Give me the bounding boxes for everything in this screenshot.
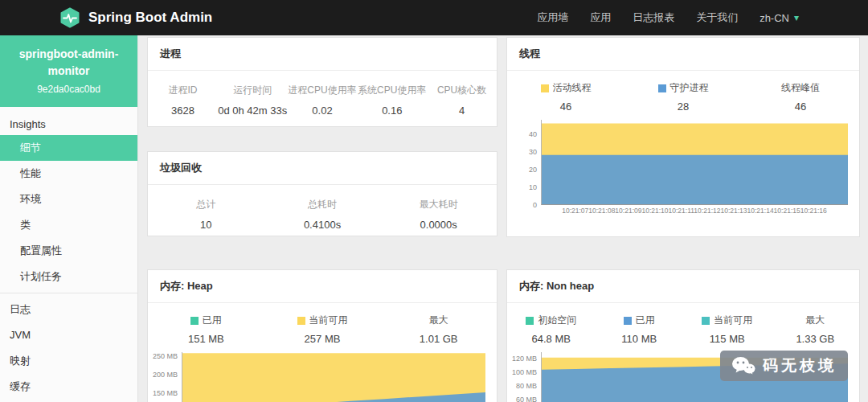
legend-label-nonheap-initial: 初始空间 [538, 314, 576, 327]
legend-label-nonheap-used: 已用 [636, 314, 655, 327]
application-header: springboot-admin-monitor 9e2da0cac0bd [0, 35, 137, 107]
gc-header-total-time: 总耗时 [264, 198, 381, 211]
application-id: 9e2da0cac0bd [8, 84, 129, 95]
sidebar-item-metrics[interactable]: 性能 [0, 161, 137, 187]
process-headers: 进程ID 运行时间 进程CPU使用率 系统CPU使用率 CPU核心数 [148, 71, 497, 97]
sidebar-item-details[interactable]: 细节 [0, 135, 137, 161]
nonheap-value-available: 115 MB [683, 333, 772, 345]
spring-boot-admin-logo-icon [59, 7, 80, 28]
threads-legend: 活动线程 守护进程 线程峰值 [507, 71, 859, 95]
process-value-uptime: 0d 0h 42m 33s [218, 105, 288, 117]
process-value-pid: 3628 [148, 105, 218, 117]
sidebar: springboot-admin-monitor 9e2da0cac0bd In… [0, 35, 138, 402]
nonheap-legend-values: 64.8 MB 110 MB 115 MB 1.33 GB [507, 327, 859, 345]
legend-item-heap-max: 最大 [380, 314, 497, 327]
legend-item-nonheap-max: 最大 [772, 314, 860, 327]
process-header-uptime: 运行时间 [218, 84, 288, 97]
process-header-cpu-cores: CPU核心数 [427, 84, 497, 97]
threads-chart-xaxis: 10:21:0710:21:0810:21:0910:21:1010:21:11… [541, 205, 848, 215]
heap-memory-card: 内存: Heap 已用 当前可用 最大 151 MB 257 MB 1.01 G… [147, 269, 497, 402]
heap-card-title: 内存: Heap [148, 270, 497, 303]
watermark-text: 码无枝境 [763, 355, 837, 376]
heap-memory-chart: 250 MB200 MB150 MB100 MB50 MB0 MB [154, 352, 485, 402]
process-header-system-cpu: 系统CPU使用率 [357, 84, 427, 97]
legend-item-nonheap-used: 已用 [596, 314, 684, 327]
language-selector[interactable]: zh-CN ▾ [760, 12, 799, 24]
nonheap-value-max: 1.33 GB [772, 333, 860, 345]
process-values: 3628 0d 0h 42m 33s 0.02 0.16 4 [148, 97, 497, 117]
legend-item-heap-used: 已用 [148, 314, 264, 327]
process-card: 进程 进程ID 运行时间 进程CPU使用率 系统CPU使用率 CPU核心数 36… [147, 37, 497, 127]
sidebar-bottom-group: 日志 JVM 映射 缓存 [0, 293, 137, 400]
threads-card-title: 线程 [507, 38, 859, 71]
heap-chart-plot [182, 352, 485, 402]
heap-legend-values: 151 MB 257 MB 1.01 GB [148, 327, 497, 345]
nonheap-memory-card: 内存: Non heap 初始空间 已用 当前可用 最大 64.8 MB 110… [506, 269, 860, 402]
legend-color-live [541, 84, 549, 92]
legend-item-nonheap-initial: 初始空间 [507, 314, 596, 327]
gc-header-max-time: 最大耗时 [380, 198, 497, 211]
gc-values: 10 0.4100s 0.0000s [148, 211, 497, 231]
legend-color-heap-used [190, 317, 199, 325]
chevron-down-icon: ▾ [794, 13, 799, 23]
gc-header-count: 总计 [148, 198, 264, 211]
language-label: zh-CN [760, 12, 789, 24]
nonheap-chart-yaxis: 120 MB100 MB80 MB60 MB40 MB20 MB0 MB [514, 352, 539, 402]
legend-color-nonheap-initial [526, 317, 534, 325]
legend-item-nonheap-available: 当前可用 [683, 314, 772, 327]
sidebar-item-logs[interactable]: 日志 [0, 297, 137, 322]
legend-label-daemon: 守护进程 [670, 81, 709, 95]
nonheap-value-used: 110 MB [596, 333, 684, 345]
heap-value-used: 151 MB [148, 333, 264, 345]
sidebar-item-environment[interactable]: 环境 [0, 187, 137, 212]
sidebar-item-caches[interactable]: 缓存 [0, 374, 137, 400]
sidebar-item-jvm[interactable]: JVM [0, 322, 137, 348]
gc-card-title: 垃圾回收 [148, 152, 497, 185]
process-header-process-cpu: 进程CPU使用率 [288, 84, 358, 97]
threads-card: 线程 活动线程 守护进程 线程峰值 46 28 46 403020100 10:… [506, 37, 860, 237]
sidebar-item-scheduled-tasks[interactable]: 计划任务 [0, 264, 137, 289]
gc-value-total-time: 0.4100s [264, 219, 381, 231]
legend-label-nonheap-max: 最大 [805, 314, 825, 327]
legend-item-heap-available: 当前可用 [264, 314, 381, 327]
navbar-links: 应用墙 应用 日志报表 关于我们 zh-CN ▾ [537, 10, 799, 25]
wechat-watermark: 码无枝境 [720, 351, 848, 381]
sidebar-item-classes[interactable]: 类 [0, 212, 137, 238]
wechat-icon [731, 356, 755, 375]
legend-label-heap-used: 已用 [203, 314, 222, 327]
gc-headers: 总计 总耗时 最大耗时 [148, 185, 497, 211]
nonheap-value-initial: 64.8 MB [507, 333, 596, 345]
threads-value-peak: 46 [742, 100, 859, 113]
legend-color-nonheap-used [624, 317, 632, 325]
heap-legend: 已用 当前可用 最大 [148, 303, 497, 327]
application-name: springboot-admin-monitor [8, 46, 129, 80]
sidebar-item-properties[interactable]: 配置属性 [0, 238, 137, 264]
threads-chart-plot [541, 120, 848, 205]
legend-item-live-threads: 活动线程 [507, 81, 624, 95]
nonheap-card-title: 内存: Non heap [507, 270, 859, 303]
legend-label-peak: 线程峰值 [781, 81, 820, 95]
nav-item-applications[interactable]: 应用 [590, 10, 611, 25]
legend-label-heap-available: 当前可用 [309, 314, 348, 327]
nav-item-about[interactable]: 关于我们 [696, 10, 738, 25]
nav-item-journal[interactable]: 日志报表 [633, 10, 674, 25]
sidebar-item-mappings[interactable]: 映射 [0, 348, 137, 374]
top-navbar: Spring Boot Admin 应用墙 应用 日志报表 关于我们 zh-CN… [0, 0, 868, 35]
garbage-collection-card: 垃圾回收 总计 总耗时 最大耗时 10 0.4100s 0.0000s [147, 151, 497, 236]
heap-value-max: 1.01 GB [380, 333, 497, 345]
sidebar-section-insights: Insights [0, 107, 137, 135]
legend-label-nonheap-available: 当前可用 [714, 314, 752, 327]
legend-color-daemon [658, 84, 666, 92]
nav-item-app-wall[interactable]: 应用墙 [537, 10, 568, 25]
process-card-title: 进程 [148, 38, 497, 71]
legend-item-peak-threads: 线程峰值 [742, 81, 859, 95]
threads-value-live: 46 [507, 100, 624, 113]
legend-item-daemon-threads: 守护进程 [624, 81, 742, 95]
process-value-system-cpu: 0.16 [357, 105, 427, 117]
threads-chart: 403020100 10:21:0710:21:0810:21:0910:21:… [514, 120, 848, 215]
legend-color-heap-available [297, 317, 305, 325]
legend-color-nonheap-available [702, 317, 710, 325]
legend-label-live: 活动线程 [553, 81, 592, 95]
process-value-process-cpu: 0.02 [288, 105, 358, 117]
threads-legend-values: 46 28 46 [507, 95, 859, 113]
